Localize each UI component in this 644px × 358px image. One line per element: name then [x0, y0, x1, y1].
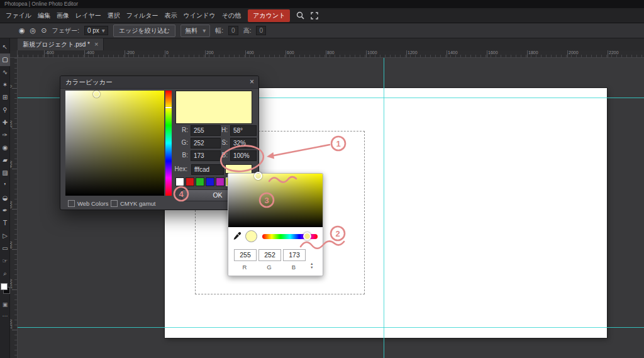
- ruler-tick: 200: [12, 128, 17, 129]
- menu-filter[interactable]: フィルター: [123, 8, 162, 23]
- current-color-circle: [245, 230, 257, 242]
- close-icon[interactable]: ×: [250, 76, 254, 88]
- saturation-brightness-field[interactable]: [65, 91, 164, 196]
- hex-input[interactable]: fffcad: [191, 164, 224, 175]
- ruler-tick: 1000: [366, 50, 367, 57]
- saturation-brightness-field[interactable]: [228, 174, 323, 227]
- ruler-tick: 600: [286, 50, 286, 57]
- b-label: B:: [175, 152, 188, 159]
- hex-label: Hex:: [172, 165, 187, 172]
- menu-more[interactable]: その他: [219, 8, 244, 23]
- plan-dropdown[interactable]: 無料 ▾: [180, 25, 210, 37]
- marquee-tool[interactable]: ▢: [0, 53, 10, 66]
- s-label: S:: [215, 139, 228, 146]
- ruler-tick: 2200: [608, 50, 608, 57]
- document-tab-bar: 新規プロジェクト.psd * ×: [10, 38, 644, 51]
- close-icon[interactable]: ×: [94, 38, 98, 50]
- color-preview: [175, 91, 252, 124]
- ruler-tick: 0: [165, 50, 165, 57]
- checkbox-icon: [68, 200, 75, 207]
- sb-marker[interactable]: [93, 91, 100, 98]
- foreground-color-swatch[interactable]: [1, 283, 8, 290]
- native-color-picker: 255 252 173 R G B ▲ ▼: [228, 173, 323, 276]
- document-tab[interactable]: 新規プロジェクト.psd * ×: [18, 38, 104, 50]
- eyedropper-icon[interactable]: [233, 232, 242, 243]
- eyedropper-tool[interactable]: ⚲: [0, 104, 10, 116]
- selection-new-icon[interactable]: ◉: [19, 26, 25, 35]
- move-tool[interactable]: ↖: [0, 41, 10, 53]
- zoom-tool[interactable]: ⌕: [0, 267, 10, 280]
- r-input[interactable]: 255: [234, 249, 257, 261]
- blur-tool[interactable]: ❜: [0, 179, 10, 192]
- mask-mode-icon[interactable]: ▣: [0, 299, 10, 310]
- v-input[interactable]: 100%: [230, 150, 257, 161]
- search-icon[interactable]: [296, 11, 304, 20]
- color-swatch-pair[interactable]: [0, 282, 10, 299]
- s-input[interactable]: 32%: [230, 138, 257, 148]
- ruler-tick: 600: [12, 209, 17, 210]
- menu-edit[interactable]: 編集: [35, 8, 53, 23]
- stepper-down-icon[interactable]: ▼: [310, 266, 313, 269]
- pen-tool[interactable]: ✒: [0, 204, 10, 217]
- account-button[interactable]: アカウント: [248, 9, 290, 22]
- preset-swatch[interactable]: [216, 177, 225, 186]
- selection-add-icon[interactable]: ◎: [30, 26, 36, 35]
- type-tool[interactable]: T: [0, 217, 10, 230]
- b-input[interactable]: 173: [283, 249, 306, 261]
- width-input[interactable]: 0: [228, 26, 238, 35]
- g-input[interactable]: 252: [258, 249, 281, 261]
- path-select-tool[interactable]: ▷: [0, 230, 10, 242]
- selection-intersect-icon[interactable]: ⊙: [41, 26, 47, 35]
- cmyk-gamut-checkbox[interactable]: CMYK gamut: [111, 200, 156, 207]
- dodge-tool[interactable]: ◒: [0, 192, 10, 204]
- dialog-header[interactable]: カラーピッカー ×: [60, 76, 258, 89]
- height-input[interactable]: 0: [256, 26, 266, 35]
- clone-stamp-tool[interactable]: ◉: [0, 142, 10, 154]
- web-colors-checkbox[interactable]: Web Colors: [68, 200, 108, 207]
- ruler-tick: 1400: [447, 50, 447, 57]
- h-input[interactable]: 58°: [230, 125, 257, 136]
- gradient-tool[interactable]: ▨: [0, 167, 10, 179]
- feather-input[interactable]: 0 px ▾: [84, 26, 108, 35]
- preset-swatch-row: [175, 177, 235, 186]
- brush-tool[interactable]: ✑: [0, 129, 10, 142]
- toolbar-more-icon[interactable]: ⋯: [0, 310, 10, 322]
- dialog-title: カラーピッカー: [65, 76, 113, 88]
- menu-image[interactable]: 画像: [53, 8, 72, 23]
- fullscreen-icon[interactable]: [311, 12, 318, 20]
- chevron-down-icon: ▾: [102, 27, 105, 34]
- photopea-app: Photopea | Online Photo Editor ファイル 編集 画…: [0, 0, 644, 358]
- r-label: R: [234, 264, 255, 271]
- preset-swatch[interactable]: [196, 177, 204, 186]
- ruler-tick: 1600: [487, 50, 487, 57]
- menu-view[interactable]: 表示: [162, 8, 180, 23]
- sb-marker[interactable]: [254, 172, 262, 180]
- vertical-ruler: 020040060080010001200: [10, 58, 18, 358]
- preset-swatch[interactable]: [206, 177, 214, 186]
- format-switcher-stepper[interactable]: ▲ ▼: [310, 262, 313, 269]
- refine-edge-button[interactable]: エッジを絞り込む: [113, 25, 175, 37]
- tools-sidebar: ↖▢∿✶⊞⚲✚✑◉▰▨❜◒✒T▷▭☞⌕ ▣ ⋯: [0, 38, 10, 358]
- g-label: G: [258, 264, 280, 271]
- ruler-tick: 1800: [527, 50, 528, 57]
- shape-tool[interactable]: ▭: [0, 242, 10, 255]
- chevron-down-icon: ▾: [203, 27, 206, 34]
- g-label: G:: [175, 139, 188, 146]
- crop-tool[interactable]: ⊞: [0, 91, 10, 104]
- ruler-corner: [10, 50, 18, 58]
- menu-window[interactable]: ウインドウ: [180, 8, 219, 23]
- preset-swatch[interactable]: [175, 177, 184, 186]
- lasso-tool[interactable]: ∿: [0, 66, 10, 79]
- menu-select[interactable]: 選択: [104, 8, 123, 23]
- menu-file[interactable]: ファイル: [3, 8, 35, 23]
- hue-marker[interactable]: [165, 107, 172, 108]
- vertical-guide[interactable]: [384, 58, 384, 358]
- menu-layer[interactable]: レイヤー: [72, 8, 104, 23]
- hand-tool[interactable]: ☞: [0, 255, 10, 267]
- horizontal-guide[interactable]: [18, 327, 644, 328]
- preset-swatch[interactable]: [186, 177, 194, 186]
- magic-wand-tool[interactable]: ✶: [0, 79, 10, 91]
- hue-marker[interactable]: [303, 232, 311, 240]
- healing-tool[interactable]: ✚: [0, 116, 10, 129]
- eraser-tool[interactable]: ▰: [0, 154, 10, 167]
